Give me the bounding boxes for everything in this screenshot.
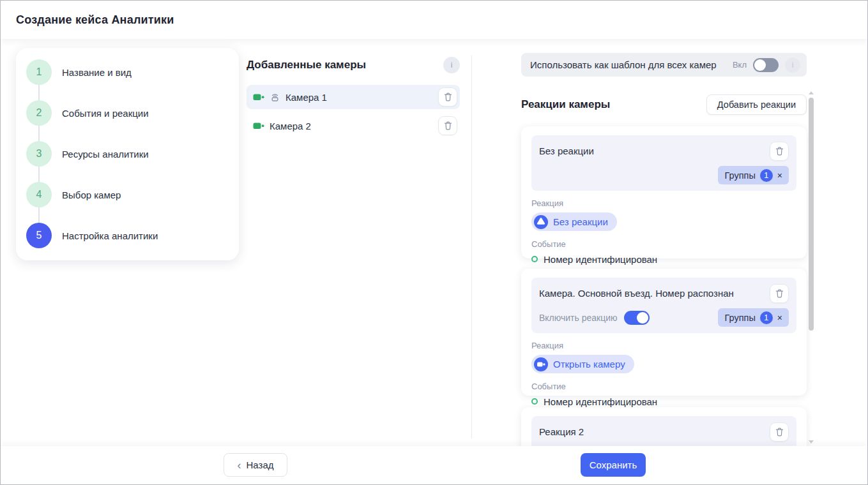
delete-reaction-button[interactable]: [770, 284, 789, 303]
event-row: Номер идентифицирован: [531, 254, 796, 265]
toggle-state-label: Вкл: [733, 60, 747, 70]
reaction-card-title: Без реакции: [539, 142, 594, 156]
reaction-chip-text: Открыть камеру: [553, 359, 625, 369]
use-as-template-label: Использовать как шаблон для всех камер: [530, 59, 717, 70]
step-label: Ресурсы аналитики: [62, 149, 149, 160]
event-field-label: Событие: [531, 239, 796, 249]
groups-chip[interactable]: Группы 1 ×: [718, 308, 789, 327]
camera-name: Камера 2: [270, 121, 311, 131]
no-reaction-icon: [534, 215, 548, 229]
reaction-chip[interactable]: Открыть камеру: [531, 355, 634, 373]
step-connector: [38, 85, 40, 100]
scrollbar-down-arrow[interactable]: [809, 440, 814, 444]
stepper-step-5-active[interactable]: 5 Настройка аналитики: [26, 223, 229, 248]
use-as-template-bar: Использовать как шаблон для всех камер В…: [521, 53, 807, 77]
trash-icon: [775, 428, 784, 436]
delete-camera-button[interactable]: [438, 116, 457, 135]
stepper: 1 Название и вид 2 События и реакции 3 Р…: [16, 48, 239, 260]
enable-reaction-toggle[interactable]: [624, 311, 650, 325]
camera-list-item-selected[interactable]: Камера 1: [247, 85, 460, 109]
back-button[interactable]: ‹ Назад: [224, 453, 287, 477]
groups-chip-label: Группы: [724, 313, 755, 323]
camera-list: Камера 1 Камера 2: [247, 85, 460, 138]
template-toggle[interactable]: [753, 58, 779, 72]
chip-close-icon[interactable]: ×: [777, 171, 782, 180]
camera-icon: [253, 121, 264, 131]
reaction-chip-text: Без реакции: [553, 216, 608, 227]
add-reactions-button[interactable]: Добавить реакции: [706, 94, 807, 115]
reaction-field-label: Реакция: [531, 341, 796, 350]
chip-close-icon[interactable]: ×: [777, 313, 782, 322]
save-button[interactable]: Сохранить: [581, 453, 646, 477]
groups-count-badge: 1: [760, 311, 773, 324]
stream-icon: [270, 92, 280, 102]
reaction-chip[interactable]: Без реакции: [531, 213, 617, 231]
step-connector: [38, 126, 40, 141]
event-row: Номер идентифицирован: [531, 396, 796, 407]
page-title: Создание кейса Аналитики: [16, 13, 174, 27]
step-label: Выбор камер: [62, 190, 121, 200]
toggle-knob: [754, 59, 766, 71]
toggle-knob: [637, 312, 648, 324]
reaction-card-header: Камера. Основной въезд. Номер распознан …: [531, 278, 796, 333]
panel-divider: [471, 56, 472, 438]
camera-list-item[interactable]: Камера 2: [247, 114, 460, 138]
scrollbar-up-arrow[interactable]: [809, 91, 814, 94]
info-icon[interactable]: i: [443, 57, 460, 73]
info-glyph: i: [451, 61, 453, 70]
step-connector: [38, 207, 40, 223]
back-button-label: Назад: [247, 459, 274, 470]
info-glyph: i: [792, 61, 794, 70]
camera-name: Камера 1: [286, 92, 327, 103]
delete-reaction-button[interactable]: [770, 142, 789, 161]
reaction-field-label: Реакция: [531, 198, 796, 208]
added-cameras-panel: Добавленные камеры i: [247, 57, 460, 138]
step-number-circle: 5: [26, 223, 52, 248]
groups-count-badge: 1: [760, 169, 773, 182]
scrollbar-thumb[interactable]: [809, 98, 814, 331]
event-field-label: Событие: [531, 382, 796, 391]
step-number-circle: 4: [26, 182, 52, 207]
step-label: Настройка аналитики: [62, 230, 158, 241]
reaction-card-title: Камера. Основной въезд. Номер распознан: [539, 284, 734, 299]
step-number-circle: 1: [26, 59, 52, 85]
stepper-step-1[interactable]: 1 Название и вид: [26, 59, 229, 85]
stepper-step-2[interactable]: 2 События и реакции: [26, 100, 229, 126]
create-analytics-case-dialog: Создание кейса Аналитики × 1 Название и …: [0, 0, 868, 485]
delete-reaction-button[interactable]: [770, 422, 789, 442]
groups-chip-label: Группы: [724, 170, 755, 181]
delete-camera-button[interactable]: [438, 87, 457, 107]
step-label: События и реакции: [62, 108, 149, 119]
step-number-circle: 3: [26, 141, 52, 167]
step-connector: [38, 167, 40, 182]
event-text: Номер идентифицирован: [544, 396, 657, 407]
trash-icon: [775, 289, 784, 298]
reaction-card-2: Камера. Основной въезд. Номер распознан …: [521, 269, 807, 396]
reaction-card-1: Без реакции Группы 1 × Реакция: [521, 126, 807, 258]
camera-icon: [253, 93, 264, 102]
dialog-footer: ‹ Назад Сохранить: [1, 446, 867, 484]
reaction-card-title: Реакция 2: [539, 422, 584, 437]
step-number-circle: 2: [26, 100, 52, 126]
enable-reaction-label: Включить реакцию: [539, 313, 618, 323]
dialog-header: Создание кейса Аналитики: [1, 1, 867, 39]
event-status-icon: [531, 256, 538, 262]
event-text: Номер идентифицирован: [544, 254, 657, 265]
stepper-step-4[interactable]: 4 Выбор камер: [26, 182, 229, 207]
added-cameras-title: Добавленные камеры: [247, 59, 366, 71]
info-icon[interactable]: i: [785, 57, 800, 73]
reaction-card-header: Без реакции Группы 1 ×: [531, 135, 796, 191]
step-label: Название и вид: [62, 67, 132, 78]
reactions-scrollbar[interactable]: [808, 91, 814, 444]
template-controls: Вкл i: [733, 57, 800, 73]
trash-icon: [444, 121, 452, 130]
groups-chip[interactable]: Группы 1 ×: [718, 166, 789, 184]
trash-icon: [444, 93, 452, 101]
event-status-icon: [531, 398, 538, 405]
camera-reactions-title: Реакции камеры: [521, 98, 610, 111]
camera-reactions-header: Реакции камеры Добавить реакции: [521, 94, 807, 115]
stepper-step-3[interactable]: 3 Ресурсы аналитики: [26, 141, 229, 167]
added-cameras-header: Добавленные камеры i: [247, 57, 460, 73]
trash-icon: [775, 147, 784, 156]
open-camera-icon: [534, 357, 548, 371]
